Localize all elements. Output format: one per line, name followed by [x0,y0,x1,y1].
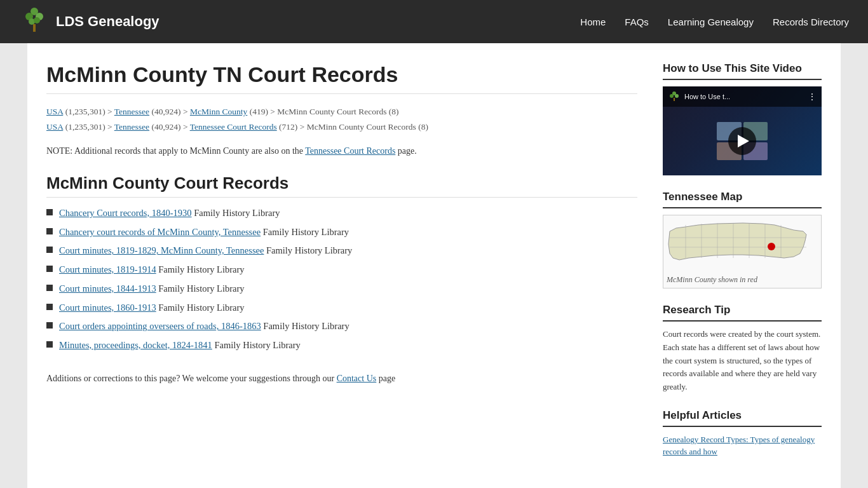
record-suffix: Family History Library [192,208,280,218]
bullet-icon [46,209,53,215]
video-thumbnail[interactable]: How to Use t... ⋮ [663,86,822,175]
breadcrumb-tennessee-2[interactable]: Tennessee [114,122,149,132]
record-suffix: Family History Library [156,283,245,294]
page-wrapper: McMinn County TN Court Records USA (1,23… [27,43,841,488]
list-item: Chancery Court records, 1840-1930 Family… [46,207,637,220]
tn-court-records-link[interactable]: Tennessee Court Records [305,146,395,156]
video-top-bar-left: How to Use t... [668,90,730,103]
main-nav: Home FAQs Learning Genealogy Records Dir… [580,17,849,27]
video-section-title: How to Use This Site Video [663,62,822,80]
map-section: Tennessee Map [663,191,822,288]
tn-map-svg [667,219,813,269]
records-list: Chancery Court records, 1840-1930 Family… [46,207,637,353]
video-preview-area [663,107,822,175]
logo-icon [19,6,50,37]
map-section-title: Tennessee Map [663,191,822,208]
record-suffix: Family History Library [264,245,352,255]
corrections-section: Additions or corrections to this page? W… [46,372,637,386]
bullet-icon [46,266,53,272]
helpful-article-link-1[interactable]: Genealogy Record Types: Types of genealo… [663,433,822,458]
breadcrumb-1: USA (1,235,301) > Tennessee (40,924) > M… [46,105,637,118]
svg-point-7 [670,94,674,98]
research-tip-section: Research Tip Court records were created … [663,304,822,394]
site-header: LDS Genealogy Home FAQs Learning Genealo… [0,0,868,43]
sidebar: How to Use This Site Video How to Use t.… [663,62,822,473]
record-suffix: Family History Library [156,264,245,274]
record-link[interactable]: Court minutes, 1860-1913 [59,302,156,313]
map-caption: McMinn County shown in red [667,275,818,285]
page-title: McMinn County TN Court Records [46,62,637,94]
video-bg: How to Use t... ⋮ [663,86,822,175]
svg-point-19 [768,243,775,250]
record-link[interactable]: Court minutes, 1819-1914 [59,264,156,274]
bullet-icon [46,341,53,348]
record-suffix: Family History Library [261,227,349,237]
record-suffix: Family History Library [156,302,245,313]
svg-point-4 [34,17,40,24]
research-tip-text: Court records were created by the court … [663,328,822,394]
breadcrumb-tn-court[interactable]: Tennessee Court Records [190,122,277,132]
list-item: Minutes, proceedings, docket, 1824-1841 … [46,339,637,353]
nav-records-dir[interactable]: Records Directory [773,17,849,27]
list-item: Court minutes, 1844-1913 Family History … [46,282,637,296]
nav-faqs[interactable]: FAQs [625,17,649,27]
helpful-articles-title: Helpful Articles [663,409,822,427]
video-options-icon[interactable]: ⋮ [808,92,817,102]
breadcrumb-tennessee-1[interactable]: Tennessee [114,107,149,116]
record-link[interactable]: Court minutes, 1844-1913 [59,283,156,294]
main-content: McMinn County TN Court Records USA (1,23… [46,62,637,473]
svg-rect-5 [33,24,36,32]
record-suffix: Family History Library [261,321,349,331]
nav-home[interactable]: Home [580,17,606,27]
list-item: Chancery court records of McMinn County,… [46,226,637,240]
logo-text: LDS Genealogy [56,13,159,30]
record-link[interactable]: Court orders appointing overseers of roa… [59,321,261,331]
bullet-icon [46,304,53,310]
video-logo-small-icon [668,90,681,103]
section-title: McMinn County Court Records [46,173,637,198]
note-section: NOTE: Additional records that apply to M… [46,144,637,158]
logo-area[interactable]: LDS Genealogy [19,6,159,37]
list-item: Court minutes, 1819-1829, McMinn County,… [46,244,637,258]
bullet-icon [46,247,53,253]
contact-us-link[interactable]: Contact Us [337,374,377,383]
record-link[interactable]: Court minutes, 1819-1829, McMinn County,… [59,245,264,255]
play-button[interactable] [728,127,756,155]
bullet-icon [46,228,53,234]
breadcrumb-2: USA (1,235,301) > Tennessee (40,924) > T… [46,121,637,133]
list-item: Court minutes, 1819-1914 Family History … [46,263,637,277]
bullet-icon [46,322,53,329]
play-icon [738,135,749,147]
tn-map-container: McMinn County shown in red [663,215,822,288]
research-tip-title: Research Tip [663,304,822,322]
record-suffix: Family History Library [212,340,301,350]
breadcrumb-mcminn-1[interactable]: McMinn County [190,107,247,116]
breadcrumb-usa-1[interactable]: USA [46,107,63,116]
video-section: How to Use This Site Video How to Use t.… [663,62,822,175]
breadcrumb-usa-2[interactable]: USA [46,122,63,132]
video-title-text: How to Use t... [684,93,730,100]
record-link[interactable]: Chancery court records of McMinn County,… [59,227,261,237]
list-item: Court orders appointing overseers of roa… [46,320,637,334]
record-link[interactable]: Chancery Court records, 1840-1930 [59,208,192,218]
list-item: Court minutes, 1860-1913 Family History … [46,301,637,315]
video-top-bar: How to Use t... ⋮ [663,86,822,107]
nav-learning[interactable]: Learning Genealogy [668,17,754,27]
record-link[interactable]: Minutes, proceedings, docket, 1824-1841 [59,340,212,350]
svg-rect-9 [674,98,675,101]
bullet-icon [46,285,53,291]
helpful-articles-section: Helpful Articles Genealogy Record Types:… [663,409,822,458]
svg-point-8 [675,94,679,98]
